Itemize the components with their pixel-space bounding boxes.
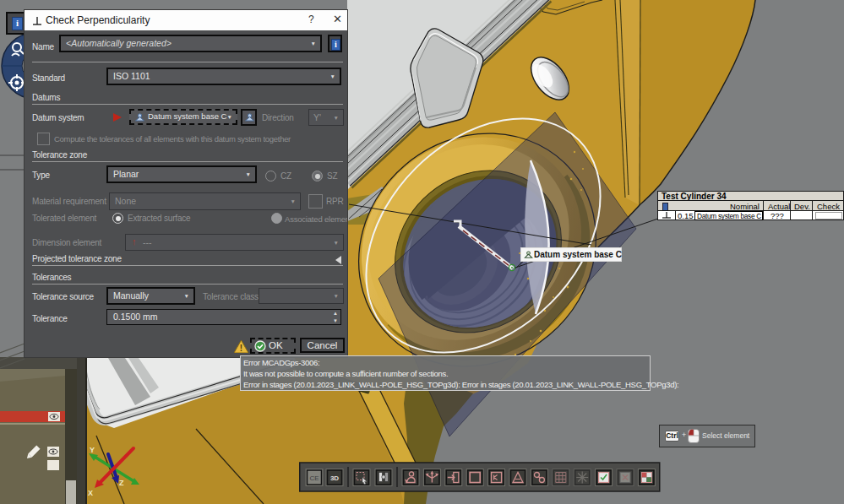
svg-text:CE: CE [309,474,319,482]
svg-text:X: X [88,489,93,497]
svg-text:3D: 3D [330,474,339,482]
svg-text:!: ! [240,344,242,353]
svg-text:Y: Y [90,446,95,454]
svg-text:Z: Z [119,479,124,487]
